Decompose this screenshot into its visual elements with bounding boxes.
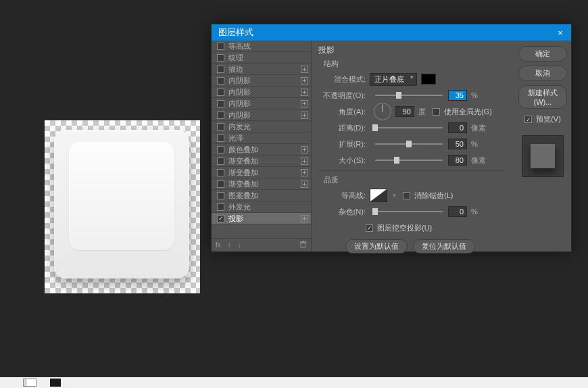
style-checkbox[interactable] bbox=[217, 180, 224, 188]
size-value[interactable]: 80 bbox=[448, 155, 467, 166]
style-item-14[interactable]: 外发光 bbox=[212, 201, 311, 213]
contour-picker[interactable] bbox=[370, 189, 387, 202]
antialias-label: 消除锯齿(L) bbox=[414, 191, 453, 201]
style-item-label: 渐变叠加 bbox=[228, 179, 258, 189]
style-checkbox[interactable] bbox=[217, 66, 224, 73]
key-shape-inner bbox=[69, 142, 174, 250]
style-item-2[interactable]: 描边+ bbox=[212, 64, 311, 75]
ok-button[interactable]: 确定 bbox=[518, 46, 567, 62]
antialias-checkbox[interactable] bbox=[403, 192, 410, 199]
style-checkbox[interactable] bbox=[217, 215, 224, 222]
add-effect-icon[interactable]: + bbox=[301, 112, 308, 119]
add-effect-icon[interactable]: + bbox=[301, 77, 308, 84]
distance-unit: 像素 bbox=[471, 123, 486, 133]
dialog-body: 等高线纹理描边+内阴影+内阴影+内阴影+内阴影+内发光光泽颜色叠加+渐变叠加+渐… bbox=[212, 41, 571, 251]
add-effect-icon[interactable]: + bbox=[301, 169, 308, 176]
section-title-shadow: 投影 bbox=[318, 45, 508, 56]
subtitle-quality: 品质 bbox=[324, 175, 508, 185]
opacity-value[interactable]: 35 bbox=[448, 90, 467, 101]
style-item-label: 渐变叠加 bbox=[228, 156, 258, 166]
distance-value[interactable]: 0 bbox=[448, 122, 467, 133]
style-checkbox[interactable] bbox=[217, 54, 224, 62]
global-light-label: 使用全局光(G) bbox=[444, 107, 492, 117]
add-effect-icon[interactable]: + bbox=[301, 89, 308, 96]
style-item-6[interactable]: 内阴影+ bbox=[212, 110, 311, 121]
blend-mode-select[interactable]: 正片叠底 bbox=[370, 73, 417, 86]
add-effect-icon[interactable]: + bbox=[301, 180, 308, 188]
trash-icon[interactable] bbox=[299, 241, 307, 249]
style-item-8[interactable]: 光泽 bbox=[212, 132, 311, 144]
arrow-down-icon[interactable]: ↓ bbox=[238, 241, 241, 249]
angle-dial[interactable] bbox=[374, 103, 391, 120]
style-checkbox[interactable] bbox=[217, 192, 224, 199]
preview-checkbox[interactable] bbox=[524, 116, 532, 123]
style-checkbox[interactable] bbox=[217, 77, 224, 84]
cancel-button[interactable]: 取消 bbox=[518, 66, 567, 81]
noise-unit: % bbox=[471, 208, 478, 216]
knockout-checkbox[interactable] bbox=[366, 224, 373, 232]
spread-label: 扩展(R): bbox=[318, 139, 366, 149]
global-light-checkbox[interactable] bbox=[433, 108, 440, 116]
style-checkbox[interactable] bbox=[217, 89, 224, 96]
style-checkbox[interactable] bbox=[217, 157, 224, 165]
reset-default-button[interactable]: 复位为默认值 bbox=[413, 239, 475, 253]
noise-value[interactable]: 0 bbox=[448, 206, 467, 217]
style-item-12[interactable]: 渐变叠加+ bbox=[212, 178, 311, 190]
make-default-button[interactable]: 设置为默认值 bbox=[345, 239, 408, 253]
new-style-button[interactable]: 新建样式(W)... bbox=[518, 85, 567, 109]
noise-slider[interactable] bbox=[375, 211, 443, 212]
add-effect-icon[interactable]: + bbox=[301, 215, 308, 222]
style-item-9[interactable]: 颜色叠加+ bbox=[212, 144, 311, 155]
style-item-13[interactable]: 图案叠加 bbox=[212, 190, 311, 201]
spread-slider[interactable] bbox=[375, 143, 443, 145]
style-checkbox[interactable] bbox=[217, 203, 224, 211]
style-item-10[interactable]: 渐变叠加+ bbox=[212, 155, 311, 167]
style-item-label: 光泽 bbox=[228, 133, 243, 143]
preview-inner bbox=[531, 144, 555, 168]
distance-slider[interactable] bbox=[375, 127, 443, 128]
style-item-11[interactable]: 渐变叠加+ bbox=[212, 167, 311, 178]
taskbar-app-icon[interactable] bbox=[50, 379, 61, 387]
key-shape-outer bbox=[54, 130, 189, 278]
style-checkbox[interactable] bbox=[217, 43, 224, 50]
add-effect-icon[interactable]: + bbox=[301, 157, 308, 165]
opacity-unit: % bbox=[471, 91, 478, 99]
angle-label: 角度(A): bbox=[318, 107, 366, 117]
arrow-up-icon[interactable]: ↑ bbox=[228, 241, 231, 249]
style-item-3[interactable]: 内阴影+ bbox=[212, 75, 311, 87]
style-item-0[interactable]: 等高线 bbox=[212, 41, 311, 52]
add-effect-icon[interactable]: + bbox=[301, 146, 308, 153]
style-item-1[interactable]: 纹理 bbox=[212, 52, 311, 64]
shadow-color-swatch[interactable] bbox=[421, 74, 436, 84]
style-item-label: 内阴影 bbox=[228, 99, 251, 109]
chevron-down-icon[interactable]: ▾ bbox=[393, 192, 396, 199]
style-item-label: 图案叠加 bbox=[228, 191, 258, 201]
style-item-7[interactable]: 内发光 bbox=[212, 121, 311, 132]
style-item-label: 内发光 bbox=[228, 122, 251, 132]
spread-value[interactable]: 50 bbox=[448, 139, 467, 149]
style-item-label: 内阴影 bbox=[228, 87, 251, 97]
angle-unit: 度 bbox=[418, 107, 426, 117]
style-item-label: 外发光 bbox=[228, 202, 251, 212]
style-item-5[interactable]: 内阴影+ bbox=[212, 98, 311, 110]
style-checkbox[interactable] bbox=[217, 146, 224, 153]
style-checkbox[interactable] bbox=[217, 135, 224, 142]
size-unit: 像素 bbox=[471, 155, 486, 166]
style-checkbox[interactable] bbox=[217, 169, 224, 176]
add-effect-icon[interactable]: + bbox=[301, 100, 308, 107]
close-icon[interactable]: × bbox=[555, 27, 566, 38]
style-checkbox[interactable] bbox=[217, 112, 224, 119]
style-item-4[interactable]: 内阴影+ bbox=[212, 87, 311, 98]
blend-mode-label: 混合模式: bbox=[318, 74, 366, 84]
style-item-15[interactable]: 投影+ bbox=[212, 213, 311, 224]
fx-label[interactable]: fx bbox=[216, 241, 221, 249]
angle-value[interactable]: 90 bbox=[395, 106, 414, 117]
style-checkbox[interactable] bbox=[217, 123, 224, 130]
style-checkbox[interactable] bbox=[217, 100, 224, 107]
style-list: 等高线纹理描边+内阴影+内阴影+内阴影+内阴影+内发光光泽颜色叠加+渐变叠加+渐… bbox=[212, 41, 312, 251]
opacity-slider[interactable] bbox=[375, 95, 443, 96]
add-effect-icon[interactable]: + bbox=[301, 66, 308, 73]
size-slider[interactable] bbox=[375, 160, 443, 161]
dialog-titlebar[interactable]: 图层样式 × bbox=[212, 24, 571, 41]
taskbar-document-icon[interactable] bbox=[26, 379, 36, 387]
